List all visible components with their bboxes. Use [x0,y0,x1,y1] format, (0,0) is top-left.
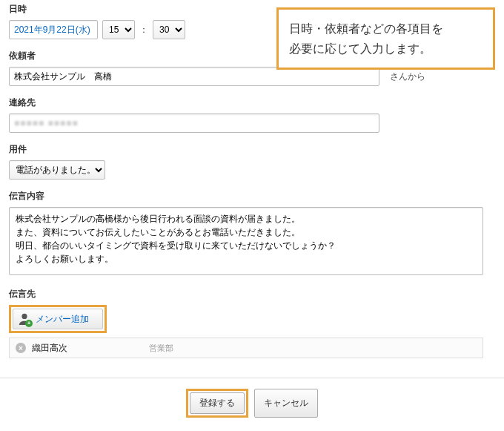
person-add-icon: + [18,312,31,326]
purpose-select[interactable]: 電話がありました。 [9,160,105,180]
contact-label: 連絡先 [9,96,495,109]
requester-suffix: さんから [390,70,425,83]
contact-section: 連絡先 ■■■■■ ■■■■■ [9,96,495,133]
svg-point-0 [21,314,27,319]
add-member-label: メンバー追加 [36,313,89,326]
hour-select[interactable]: 15 [102,20,135,39]
action-bar: 登録する キャンセル [0,378,504,428]
callout-line2: 必要に応じて入力します。 [289,42,431,55]
purpose-label: 用件 [9,143,495,156]
date-input[interactable]: 2021年9月22日(水) [9,20,98,39]
add-member-button[interactable]: + メンバー追加 [13,309,103,329]
submit-button[interactable]: 登録する [190,392,245,414]
remove-recipient-icon[interactable]: × [16,343,26,353]
recipient-name: 織田高次 [32,342,143,355]
cancel-button[interactable]: キャンセル [254,389,318,418]
minute-select[interactable]: 30 [153,20,185,39]
purpose-section: 用件 電話がありました。 [9,143,495,180]
recipients-label: 伝言先 [9,288,495,300]
contact-blurred-value: ■■■■■ ■■■■■ [14,118,79,128]
message-textarea[interactable] [9,207,483,275]
message-section: 伝言内容 [9,190,495,277]
contact-input[interactable]: ■■■■■ ■■■■■ [9,113,379,133]
plus-icon: + [25,320,33,327]
recipient-row: × 織田高次 営業部 [9,338,483,358]
recipient-dept: 営業部 [149,343,173,354]
highlight-add-member: + メンバー追加 [9,305,107,333]
date-value: 2021年9月22日(水) [14,24,90,35]
highlight-submit: 登録する [186,389,248,418]
recipients-section: 伝言先 + メンバー追加 × 織田高次 営業部 [9,288,495,358]
time-separator: ： [139,24,148,36]
message-label: 伝言内容 [9,190,495,203]
callout-line1: 日時・依頼者などの各項目を [289,22,443,35]
annotation-callout: 日時・依頼者などの各項目を 必要に応じて入力します。 [276,7,495,70]
